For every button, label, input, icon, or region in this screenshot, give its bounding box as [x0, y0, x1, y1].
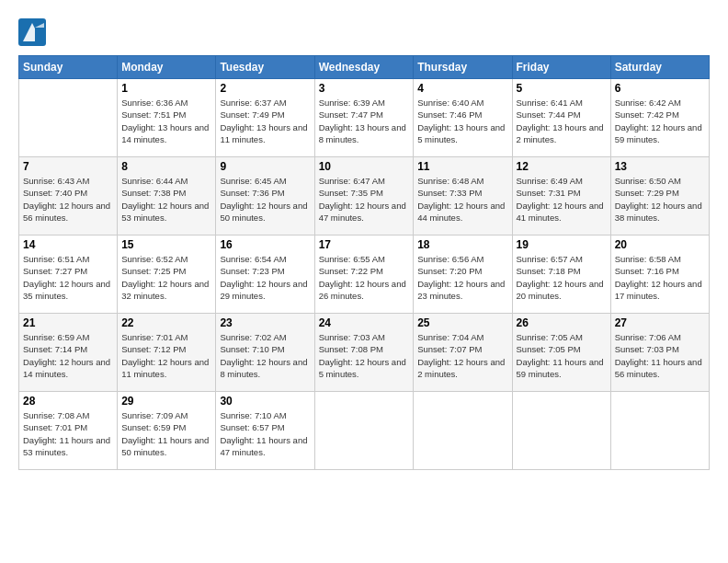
calendar-cell: 23Sunrise: 7:02 AM Sunset: 7:10 PM Dayli… [216, 314, 314, 392]
day-header-sunday: Sunday [19, 56, 118, 79]
day-info: Sunrise: 6:44 AM Sunset: 7:38 PM Dayligh… [121, 175, 211, 224]
day-info: Sunrise: 7:09 AM Sunset: 6:59 PM Dayligh… [121, 409, 211, 458]
day-number: 12 [517, 160, 607, 173]
day-info: Sunrise: 6:42 AM Sunset: 7:42 PM Dayligh… [615, 97, 705, 145]
day-info: Sunrise: 6:49 AM Sunset: 7:31 PM Dayligh… [517, 175, 607, 224]
day-info: Sunrise: 6:50 AM Sunset: 7:29 PM Dayligh… [615, 175, 705, 224]
day-info: Sunrise: 6:48 AM Sunset: 7:33 PM Dayligh… [417, 175, 507, 224]
day-number: 26 [517, 316, 607, 329]
day-info: Sunrise: 6:57 AM Sunset: 7:18 PM Dayligh… [517, 253, 607, 302]
day-number: 23 [220, 316, 310, 329]
calendar-cell: 19Sunrise: 6:57 AM Sunset: 7:18 PM Dayli… [512, 236, 610, 314]
day-number: 13 [615, 160, 705, 173]
day-info: Sunrise: 6:56 AM Sunset: 7:20 PM Dayligh… [417, 253, 507, 302]
day-header-thursday: Thursday [414, 56, 512, 79]
day-info: Sunrise: 6:41 AM Sunset: 7:44 PM Dayligh… [517, 97, 607, 145]
day-number: 15 [121, 238, 211, 251]
day-number: 2 [220, 82, 310, 95]
calendar-cell [414, 392, 512, 470]
calendar-cell: 13Sunrise: 6:50 AM Sunset: 7:29 PM Dayli… [610, 157, 709, 236]
day-number: 11 [417, 160, 507, 173]
calendar-cell: 9Sunrise: 6:45 AM Sunset: 7:36 PM Daylig… [216, 157, 314, 236]
day-header-monday: Monday [118, 56, 216, 79]
day-number: 14 [23, 238, 113, 251]
calendar-week-3: 21Sunrise: 6:59 AM Sunset: 7:14 PM Dayli… [19, 314, 710, 392]
logo-icon [18, 18, 46, 46]
day-info: Sunrise: 6:58 AM Sunset: 7:16 PM Dayligh… [615, 253, 705, 302]
day-number: 10 [319, 160, 410, 173]
calendar-cell [19, 79, 118, 157]
day-number: 24 [319, 316, 410, 329]
day-number: 5 [517, 82, 607, 95]
day-number: 3 [319, 82, 410, 95]
calendar-cell: 10Sunrise: 6:47 AM Sunset: 7:35 PM Dayli… [314, 157, 414, 236]
day-info: Sunrise: 6:36 AM Sunset: 7:51 PM Dayligh… [121, 97, 211, 145]
calendar-cell: 8Sunrise: 6:44 AM Sunset: 7:38 PM Daylig… [118, 157, 216, 236]
calendar-cell: 28Sunrise: 7:08 AM Sunset: 7:01 PM Dayli… [19, 392, 118, 470]
day-info: Sunrise: 7:05 AM Sunset: 7:05 PM Dayligh… [517, 331, 607, 380]
calendar-cell: 26Sunrise: 7:05 AM Sunset: 7:05 PM Dayli… [512, 314, 610, 392]
calendar-cell: 4Sunrise: 6:40 AM Sunset: 7:46 PM Daylig… [414, 79, 512, 157]
day-header-saturday: Saturday [610, 56, 709, 79]
day-info: Sunrise: 6:45 AM Sunset: 7:36 PM Dayligh… [220, 175, 310, 224]
day-info: Sunrise: 7:02 AM Sunset: 7:10 PM Dayligh… [220, 331, 310, 380]
calendar-cell [512, 392, 610, 470]
day-info: Sunrise: 6:43 AM Sunset: 7:40 PM Dayligh… [23, 175, 113, 224]
calendar-cell: 29Sunrise: 7:09 AM Sunset: 6:59 PM Dayli… [118, 392, 216, 470]
day-info: Sunrise: 7:10 AM Sunset: 6:57 PM Dayligh… [220, 409, 310, 458]
calendar-cell: 11Sunrise: 6:48 AM Sunset: 7:33 PM Dayli… [414, 157, 512, 236]
calendar-cell: 12Sunrise: 6:49 AM Sunset: 7:31 PM Dayli… [512, 157, 610, 236]
logo [18, 18, 50, 46]
day-number: 27 [615, 316, 705, 329]
calendar-week-2: 14Sunrise: 6:51 AM Sunset: 7:27 PM Dayli… [19, 236, 710, 314]
svg-rect-2 [35, 28, 44, 41]
calendar-cell: 22Sunrise: 7:01 AM Sunset: 7:12 PM Dayli… [118, 314, 216, 392]
day-info: Sunrise: 7:08 AM Sunset: 7:01 PM Dayligh… [23, 409, 113, 458]
calendar-cell: 24Sunrise: 7:03 AM Sunset: 7:08 PM Dayli… [314, 314, 414, 392]
day-number: 22 [121, 316, 211, 329]
day-info: Sunrise: 7:04 AM Sunset: 7:07 PM Dayligh… [417, 331, 507, 380]
day-info: Sunrise: 7:01 AM Sunset: 7:12 PM Dayligh… [121, 331, 211, 380]
calendar-cell: 18Sunrise: 6:56 AM Sunset: 7:20 PM Dayli… [414, 236, 512, 314]
day-number: 18 [417, 238, 507, 251]
day-number: 29 [121, 395, 211, 408]
calendar-cell: 14Sunrise: 6:51 AM Sunset: 7:27 PM Dayli… [19, 236, 118, 314]
calendar-week-0: 1Sunrise: 6:36 AM Sunset: 7:51 PM Daylig… [19, 79, 710, 157]
calendar-cell: 3Sunrise: 6:39 AM Sunset: 7:47 PM Daylig… [314, 79, 414, 157]
day-info: Sunrise: 6:52 AM Sunset: 7:25 PM Dayligh… [121, 253, 211, 302]
day-number: 20 [615, 238, 705, 251]
day-number: 30 [220, 395, 310, 408]
calendar-cell: 20Sunrise: 6:58 AM Sunset: 7:16 PM Dayli… [610, 236, 709, 314]
calendar-cell: 16Sunrise: 6:54 AM Sunset: 7:23 PM Dayli… [216, 236, 314, 314]
calendar-week-1: 7Sunrise: 6:43 AM Sunset: 7:40 PM Daylig… [19, 157, 710, 236]
day-number: 1 [121, 82, 211, 95]
calendar-cell [610, 392, 709, 470]
day-header-wednesday: Wednesday [314, 56, 414, 79]
day-number: 19 [517, 238, 607, 251]
calendar-cell: 6Sunrise: 6:42 AM Sunset: 7:42 PM Daylig… [610, 79, 709, 157]
calendar-cell: 2Sunrise: 6:37 AM Sunset: 7:49 PM Daylig… [216, 79, 314, 157]
day-number: 4 [417, 82, 507, 95]
calendar: SundayMondayTuesdayWednesdayThursdayFrid… [18, 55, 710, 470]
calendar-week-4: 28Sunrise: 7:08 AM Sunset: 7:01 PM Dayli… [19, 392, 710, 470]
day-info: Sunrise: 6:40 AM Sunset: 7:46 PM Dayligh… [417, 97, 507, 145]
day-info: Sunrise: 6:51 AM Sunset: 7:27 PM Dayligh… [23, 253, 113, 302]
day-number: 21 [23, 316, 113, 329]
calendar-cell [314, 392, 414, 470]
calendar-cell: 1Sunrise: 6:36 AM Sunset: 7:51 PM Daylig… [118, 79, 216, 157]
day-number: 16 [220, 238, 310, 251]
day-number: 28 [23, 395, 113, 408]
day-info: Sunrise: 7:03 AM Sunset: 7:08 PM Dayligh… [319, 331, 410, 380]
page-header [18, 18, 710, 46]
calendar-cell: 30Sunrise: 7:10 AM Sunset: 6:57 PM Dayli… [216, 392, 314, 470]
day-number: 7 [23, 160, 113, 173]
day-number: 8 [121, 160, 211, 173]
calendar-cell: 5Sunrise: 6:41 AM Sunset: 7:44 PM Daylig… [512, 79, 610, 157]
day-info: Sunrise: 6:37 AM Sunset: 7:49 PM Dayligh… [220, 97, 310, 145]
calendar-cell: 7Sunrise: 6:43 AM Sunset: 7:40 PM Daylig… [19, 157, 118, 236]
day-info: Sunrise: 6:54 AM Sunset: 7:23 PM Dayligh… [220, 253, 310, 302]
day-number: 6 [615, 82, 705, 95]
calendar-header-row: SundayMondayTuesdayWednesdayThursdayFrid… [19, 56, 710, 79]
calendar-cell: 21Sunrise: 6:59 AM Sunset: 7:14 PM Dayli… [19, 314, 118, 392]
day-number: 17 [319, 238, 410, 251]
